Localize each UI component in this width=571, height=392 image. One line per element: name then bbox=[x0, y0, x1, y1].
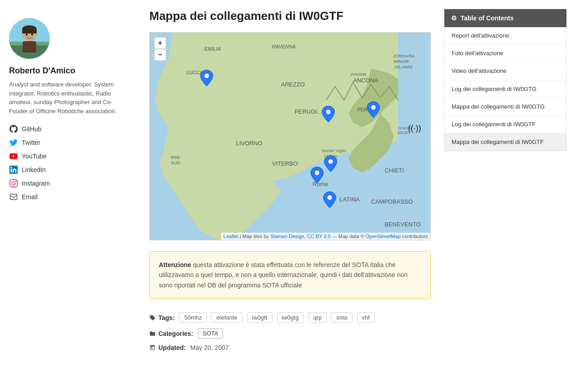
linkedin-link[interactable]: LinkedIn bbox=[9, 165, 127, 174]
tags-section: Tags: 50mhz elefante iw0gtf iw0gtg qrp s… bbox=[149, 312, 431, 323]
toc-item-2[interactable]: Video dell'attivazione bbox=[445, 62, 566, 80]
svg-point-50 bbox=[371, 105, 376, 110]
twitter-link[interactable]: Twitter bbox=[9, 138, 127, 147]
avatar bbox=[9, 18, 50, 59]
svg-text:Ancona: Ancona bbox=[351, 72, 366, 76]
updated-section: Updated: May 20, 2007 bbox=[149, 344, 431, 351]
svg-point-48 bbox=[326, 110, 331, 114]
svg-text:LIVORNO: LIVORNO bbox=[236, 140, 262, 147]
tag-elefante[interactable]: elefante bbox=[211, 312, 242, 323]
social-github[interactable]: GitHub bbox=[9, 124, 127, 134]
svg-text:VITERBO: VITERBO bbox=[272, 160, 298, 167]
github-label: GitHub bbox=[22, 125, 42, 133]
tag-sota[interactable]: sota bbox=[331, 312, 352, 323]
svg-text:LATINA: LATINA bbox=[340, 196, 360, 203]
map-container: EMILIA RAVENNA (CROATIA MINOR ISLAND) LU… bbox=[149, 32, 431, 240]
toc-title: Table of Contents bbox=[461, 14, 514, 22]
toc-link-4[interactable]: Mappa dei collegamenti di IW0GTG bbox=[445, 98, 566, 115]
toc-header: ⚙ Table of Contents bbox=[444, 9, 566, 27]
toc-link-6[interactable]: Mappa dei collegamenti di IW0GTF bbox=[445, 134, 566, 151]
tag-50mhz[interactable]: 50mhz bbox=[179, 312, 207, 323]
svg-text:Rome: Rome bbox=[313, 181, 328, 187]
svg-point-52 bbox=[328, 159, 333, 164]
page-title: Mappa dei collegamenti di IW0GTF bbox=[149, 9, 431, 23]
alert-bold: Attenzione bbox=[159, 261, 191, 268]
author-bio: Analyst and software developer, System i… bbox=[9, 80, 127, 115]
osm-link[interactable]: OpenStreetMap bbox=[366, 234, 401, 239]
social-email[interactable]: Email bbox=[9, 192, 127, 201]
svg-point-46 bbox=[205, 74, 209, 78]
github-link[interactable]: GitHub bbox=[9, 124, 127, 134]
svg-text:SUD: SUD bbox=[171, 160, 180, 165]
youtube-link[interactable]: YouTube bbox=[9, 152, 127, 161]
svg-text:ISLAND): ISLAND) bbox=[395, 64, 412, 69]
folder-icon bbox=[149, 330, 156, 337]
youtube-icon bbox=[9, 152, 18, 161]
toc-item-3[interactable]: Log dei collegamenti di IW0GTG bbox=[445, 81, 566, 98]
alert-box: Attenzione questa attivazione è stata ef… bbox=[149, 251, 431, 299]
svg-text:AREZZO: AREZZO bbox=[281, 81, 305, 88]
tags-label: Tags: bbox=[149, 314, 175, 321]
toc-item-6[interactable]: Mappa dei collegamenti di IW0GTF bbox=[445, 134, 566, 151]
svg-text:RAVENNA: RAVENNA bbox=[272, 44, 295, 49]
toc-item-5[interactable]: Log dei collegamenti di IW0GTF bbox=[445, 116, 566, 134]
gear-icon: ⚙ bbox=[451, 14, 457, 22]
svg-rect-6 bbox=[22, 29, 37, 33]
updated-value: May 20, 2007 bbox=[190, 344, 229, 351]
twitter-label: Twitter bbox=[22, 139, 40, 146]
svg-text:MINOR: MINOR bbox=[394, 59, 409, 64]
instagram-link[interactable]: Instagram bbox=[9, 179, 127, 188]
tag-qrp[interactable]: qrp bbox=[308, 312, 327, 323]
email-icon bbox=[9, 192, 18, 201]
toc-item-1[interactable]: Foto dell'attivazione bbox=[445, 45, 566, 62]
svg-rect-11 bbox=[10, 194, 17, 200]
social-links: GitHub Twitter bbox=[9, 124, 127, 201]
toc-item-0[interactable]: Report dell'attivazione bbox=[445, 27, 566, 45]
author-name: Roberto D'Amico bbox=[9, 66, 127, 76]
toc-link-5[interactable]: Log dei collegamenti di IW0GTF bbox=[445, 116, 566, 133]
main-content: Mappa dei collegamenti di IW0GTF bbox=[136, 9, 444, 357]
github-icon bbox=[9, 124, 18, 134]
svg-rect-9 bbox=[23, 41, 36, 53]
social-twitter[interactable]: Twitter bbox=[9, 138, 127, 147]
tag-iw0gtg[interactable]: iw0gtg bbox=[277, 312, 304, 323]
twitter-icon bbox=[9, 138, 18, 147]
toc-sidebar: ⚙ Table of Contents Report dell'attivazi… bbox=[444, 9, 571, 357]
tag-iw0gtf[interactable]: iw0gtf bbox=[247, 312, 272, 323]
youtube-label: YouTube bbox=[22, 153, 47, 160]
svg-text:(CROATIA: (CROATIA bbox=[394, 53, 415, 58]
instagram-label: Instagram bbox=[22, 180, 50, 187]
avatar-container bbox=[9, 18, 127, 59]
zoom-in-button[interactable]: + bbox=[154, 37, 166, 49]
social-youtube[interactable]: YouTube bbox=[9, 152, 127, 161]
leaflet-link[interactable]: Leaflet bbox=[224, 234, 238, 239]
svg-text:Monte Viglio: Monte Viglio bbox=[322, 148, 347, 153]
svg-point-54 bbox=[315, 171, 319, 175]
categories-section: Categories: SOTA bbox=[149, 328, 431, 339]
tag-vhf[interactable]: vhf bbox=[357, 312, 375, 323]
toc-link-3[interactable]: Log dei collegamenti di IW0GTG bbox=[445, 81, 566, 98]
map-controls: + − bbox=[154, 37, 166, 61]
svg-text:RSE-: RSE- bbox=[171, 155, 181, 160]
social-instagram[interactable]: Instagram bbox=[9, 179, 127, 188]
stamen-link[interactable]: Stamen Design, CC BY 3.0 bbox=[271, 234, 331, 239]
svg-text:EMILIA: EMILIA bbox=[205, 46, 221, 52]
svg-text:CHIETI: CHIETI bbox=[385, 167, 404, 174]
email-link[interactable]: Email bbox=[9, 192, 127, 201]
linkedin-label: LinkedIn bbox=[22, 166, 46, 173]
zoom-out-button[interactable]: − bbox=[154, 49, 166, 61]
toc-link-1[interactable]: Foto dell'attivazione bbox=[445, 45, 566, 62]
email-label: Email bbox=[22, 193, 38, 201]
svg-text:ANCONA: ANCONA bbox=[353, 77, 378, 84]
toc-link-2[interactable]: Video dell'attivazione bbox=[445, 62, 566, 80]
svg-point-7 bbox=[26, 33, 28, 36]
svg-point-56 bbox=[328, 195, 332, 200]
updated-label: Updated: bbox=[149, 344, 186, 351]
toc-link-0[interactable]: Report dell'attivazione bbox=[445, 27, 566, 44]
svg-point-8 bbox=[31, 33, 33, 36]
toc-item-4[interactable]: Mappa dei collegamenti di IW0GTG bbox=[445, 98, 566, 116]
svg-text:CAMPOBASSO: CAMPOBASSO bbox=[371, 198, 413, 205]
category-sota[interactable]: SOTA bbox=[198, 328, 223, 339]
calendar-icon bbox=[149, 344, 156, 351]
social-linkedin[interactable]: LinkedIn bbox=[9, 165, 127, 174]
